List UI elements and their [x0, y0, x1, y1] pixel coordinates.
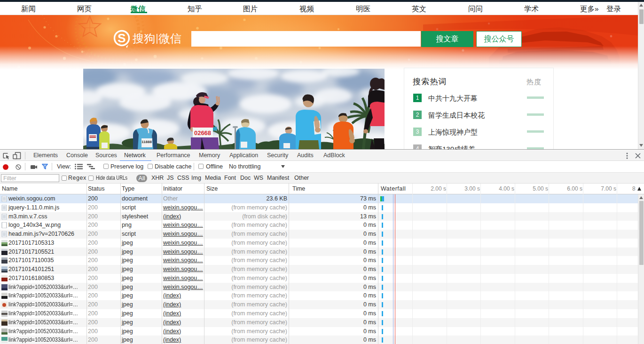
- svg-text:11888: 11888: [141, 140, 152, 144]
- svg-text:S: S: [118, 31, 126, 45]
- svg-text:02668: 02668: [194, 129, 211, 136]
